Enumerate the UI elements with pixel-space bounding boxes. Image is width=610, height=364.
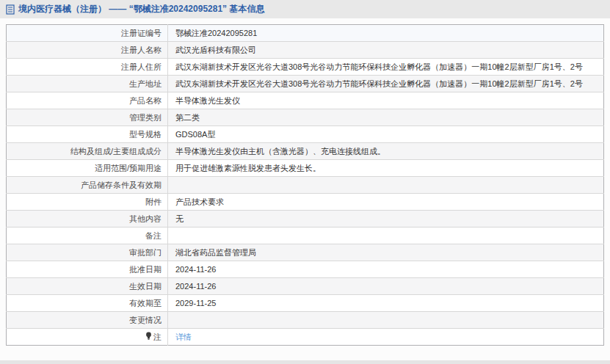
- row-value: 武汉光盾科技有限公司: [168, 42, 604, 59]
- table-row: 生效日期 2024-11-26: [7, 278, 604, 295]
- row-label: 生产地址: [7, 76, 168, 92]
- row-label: 产品名称: [7, 92, 168, 109]
- row-value: 武汉东湖新技术开发区光谷大道308号光谷动力节能环保科技企业孵化器（加速器）一期…: [168, 76, 604, 92]
- row-label: 备注: [7, 228, 168, 244]
- page-title: 境内医疗器械（注册） —— “鄂械注准20242095281” 基本信息: [18, 3, 264, 15]
- row-label: 型号规格: [7, 126, 168, 143]
- table-row: 注册人住所 武汉东湖新技术开发区光谷大道308号光谷动力节能环保科技企业孵化器（…: [7, 59, 604, 76]
- row-label: 注册人住所: [7, 59, 168, 76]
- table-row: 备注: [7, 228, 604, 244]
- row-label: 产品储存条件及有效期: [7, 177, 168, 194]
- row-label: 有效期至: [7, 295, 168, 312]
- row-label: 管理类别: [7, 109, 168, 126]
- row-label: 注: [7, 329, 168, 346]
- row-value: 半导体激光生发仪由主机（含激光器）、充电连接线组成。: [168, 143, 604, 160]
- row-value: 2024-11-26: [168, 278, 604, 295]
- row-label: 变更情况: [7, 312, 168, 329]
- row-value: 鄂械注准20242095281: [168, 25, 604, 42]
- row-label: 批准日期: [7, 261, 168, 278]
- row-value: 产品技术要求: [168, 194, 604, 211]
- row-value: 无: [168, 211, 604, 228]
- table-row: 附件 产品技术要求: [7, 194, 604, 211]
- table-row: 管理类别 第二类: [7, 109, 604, 126]
- row-value: 武汉东湖新技术开发区光谷大道308号光谷动力节能环保科技企业孵化器（加速器）一期…: [168, 59, 604, 76]
- row-label: 审批部门: [7, 244, 168, 261]
- table-row: 有效期至 2029-11-25: [7, 295, 604, 312]
- page: 境内医疗器械（注册） —— “鄂械注准20242095281” 基本信息 注册证…: [0, 0, 610, 364]
- table-row: 生产地址 武汉东湖新技术开发区光谷大道308号光谷动力节能环保科技企业孵化器（加…: [7, 76, 604, 92]
- row-value: [168, 228, 604, 244]
- row-value: 用于促进雄激素源性脱发患者头发生长。: [168, 160, 604, 177]
- row-label: 生效日期: [7, 278, 168, 295]
- note-bulb-icon: [145, 332, 152, 342]
- row-value: GDS08A型: [168, 126, 604, 143]
- table-row: 型号规格 GDS08A型: [7, 126, 604, 143]
- table-row: 注册人名称 武汉光盾科技有限公司: [7, 42, 604, 59]
- row-value: 2024-11-26: [168, 261, 604, 278]
- table-row: 审批部门 湖北省药品监督管理局: [7, 244, 604, 261]
- document-icon: [6, 4, 15, 15]
- content-area: 注册证编号 鄂械注准20242095281 注册人名称 武汉光盾科技有限公司 注…: [0, 18, 610, 360]
- row-label: 附件: [7, 194, 168, 211]
- table-row: 注册证编号 鄂械注准20242095281: [7, 25, 604, 42]
- table-row: 适用范围/预期用途 用于促进雄激素源性脱发患者头发生长。: [7, 160, 604, 177]
- row-value: 第二类: [168, 109, 604, 126]
- row-label: 注册证编号: [7, 25, 168, 42]
- footer-strip: [0, 360, 610, 364]
- table-row: 其他内容 无: [7, 211, 604, 228]
- registration-info-table: 注册证编号 鄂械注准20242095281 注册人名称 武汉光盾科技有限公司 注…: [6, 24, 604, 346]
- header-bar: 境内医疗器械（注册） —— “鄂械注准20242095281” 基本信息: [0, 0, 610, 18]
- row-value: 2029-11-25: [168, 295, 604, 312]
- detail-link[interactable]: 详情: [175, 332, 192, 341]
- row-value: [168, 177, 604, 194]
- row-label: 注册人名称: [7, 42, 168, 59]
- row-label: 适用范围/预期用途: [7, 160, 168, 177]
- row-label: 结构及组成/主要组成成分: [7, 143, 168, 160]
- row-label: 其他内容: [7, 211, 168, 228]
- table-row: 产品名称 半导体激光生发仪: [7, 92, 604, 109]
- table-row: 结构及组成/主要组成成分 半导体激光生发仪由主机（含激光器）、充电连接线组成。: [7, 143, 604, 160]
- table-row: 批准日期 2024-11-26: [7, 261, 604, 278]
- row-value: 详情: [168, 329, 604, 346]
- table-row: 产品储存条件及有效期: [7, 177, 604, 194]
- table-row: 注 详情: [7, 329, 604, 346]
- row-value: [168, 312, 604, 329]
- row-value: 湖北省药品监督管理局: [168, 244, 604, 261]
- row-value: 半导体激光生发仪: [168, 92, 604, 109]
- table-row: 变更情况: [7, 312, 604, 329]
